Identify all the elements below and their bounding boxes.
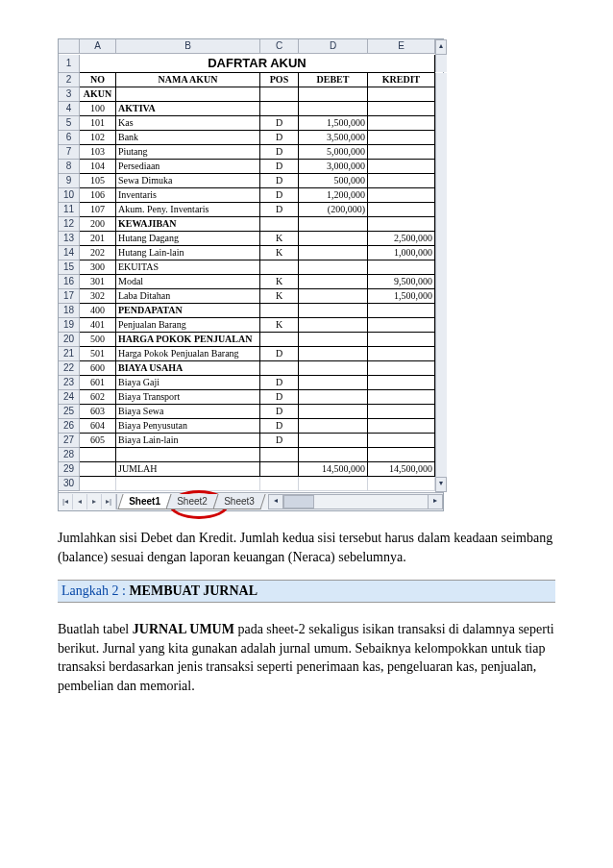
cell[interactable] (299, 289, 368, 304)
cell[interactable] (299, 304, 368, 318)
cell[interactable] (260, 448, 299, 462)
cell[interactable]: 100 (80, 102, 116, 116)
horizontal-scrollbar[interactable]: ◂ ▸ (268, 494, 443, 509)
cell[interactable] (368, 477, 435, 491)
cell[interactable] (368, 260, 435, 275)
sheet-nav-buttons[interactable]: |◂ ◂ ▸ ▸| (59, 494, 117, 509)
cell[interactable] (368, 102, 435, 116)
cell[interactable] (299, 217, 368, 232)
cell[interactable] (116, 477, 260, 491)
cell[interactable] (368, 131, 435, 145)
cell[interactable]: D (260, 390, 299, 405)
sheet-tab-sheet1[interactable]: Sheet1 (117, 494, 171, 509)
nav-last-icon[interactable]: ▸| (102, 494, 116, 509)
cell[interactable]: 1,200,000 (299, 188, 368, 203)
cell[interactable]: K (260, 275, 299, 289)
scroll-up-icon[interactable]: ▴ (435, 39, 447, 55)
cell[interactable]: D (260, 376, 299, 390)
row-header[interactable]: 7 (59, 145, 80, 160)
cell[interactable]: BIAYA USAHA (116, 361, 260, 376)
cell[interactable]: 300 (80, 260, 116, 275)
cell[interactable] (368, 160, 435, 174)
row-header[interactable]: 5 (59, 116, 80, 131)
cell[interactable] (80, 477, 116, 491)
row-header[interactable]: 15 (59, 260, 80, 275)
cell[interactable] (116, 448, 260, 462)
row-header[interactable]: 10 (59, 188, 80, 203)
col-header-B[interactable]: B (116, 39, 260, 54)
cell[interactable] (368, 333, 435, 347)
cell[interactable]: 14,500,000 (368, 462, 435, 477)
cell[interactable]: Akum. Peny. Inventaris (116, 203, 260, 217)
cell[interactable] (299, 448, 368, 462)
sheet-tab-sheet3[interactable]: Sheet3 (212, 494, 265, 509)
cell[interactable] (299, 275, 368, 289)
cell[interactable]: 200 (80, 217, 116, 232)
nav-next-icon[interactable]: ▸ (87, 494, 102, 509)
cell[interactable] (368, 390, 435, 405)
cell[interactable]: K (260, 246, 299, 260)
row-header[interactable]: 20 (59, 333, 80, 347)
cell[interactable]: D (260, 188, 299, 203)
row-header[interactable]: 30 (59, 477, 80, 491)
cell[interactable] (299, 419, 368, 434)
row-header[interactable]: 25 (59, 405, 80, 419)
cell[interactable]: Hutang Dagang (116, 232, 260, 246)
cell[interactable]: Harga Pokok Penjualan Barang (116, 347, 260, 361)
cell[interactable]: D (260, 405, 299, 419)
cell[interactable]: 102 (80, 131, 116, 145)
row-header[interactable]: 16 (59, 275, 80, 289)
cell[interactable]: 202 (80, 246, 116, 260)
nav-first-icon[interactable]: |◂ (59, 494, 73, 509)
cell[interactable]: D (260, 347, 299, 361)
cell[interactable]: 9,500,000 (368, 275, 435, 289)
cell[interactable] (299, 318, 368, 333)
cell[interactable]: 605 (80, 434, 116, 448)
cell[interactable] (260, 260, 299, 275)
cell[interactable]: 500,000 (299, 174, 368, 188)
cell[interactable] (260, 217, 299, 232)
cell[interactable]: 14,500,000 (299, 462, 368, 477)
cell[interactable] (299, 347, 368, 361)
row-header[interactable]: 1 (59, 55, 80, 73)
cell[interactable] (260, 477, 299, 491)
row-header[interactable]: 6 (59, 131, 80, 145)
row-header[interactable]: 26 (59, 419, 80, 434)
cell[interactable]: Piutang (116, 145, 260, 160)
cell[interactable]: 106 (80, 188, 116, 203)
cell[interactable] (260, 304, 299, 318)
cell[interactable]: K (260, 289, 299, 304)
cell[interactable] (368, 419, 435, 434)
cell[interactable]: D (260, 160, 299, 174)
row-header[interactable]: 18 (59, 304, 80, 318)
row-header[interactable]: 17 (59, 289, 80, 304)
cell[interactable]: 1,500,000 (299, 116, 368, 131)
cell[interactable] (260, 102, 299, 116)
scroll-track[interactable] (283, 494, 428, 509)
cell[interactable]: 3,000,000 (299, 160, 368, 174)
row-header[interactable]: 29 (59, 462, 80, 477)
row-header[interactable]: 19 (59, 318, 80, 333)
row-header[interactable]: 23 (59, 376, 80, 390)
cell[interactable]: AKTIVA (116, 102, 260, 116)
cell[interactable] (80, 448, 116, 462)
row-header[interactable]: 22 (59, 361, 80, 376)
cell[interactable]: D (260, 434, 299, 448)
cell[interactable]: Biaya Sewa (116, 405, 260, 419)
cell[interactable]: 400 (80, 304, 116, 318)
row-header[interactable]: 28 (59, 448, 80, 462)
cell[interactable] (368, 318, 435, 333)
row-header[interactable]: 27 (59, 434, 80, 448)
cell[interactable]: K (260, 318, 299, 333)
cell[interactable]: 1,000,000 (368, 246, 435, 260)
cell[interactable]: 201 (80, 232, 116, 246)
row-header[interactable]: 9 (59, 174, 80, 188)
cell[interactable]: D (260, 116, 299, 131)
cell[interactable] (368, 174, 435, 188)
cell[interactable] (260, 361, 299, 376)
row-header[interactable]: 8 (59, 160, 80, 174)
cell[interactable] (260, 333, 299, 347)
cell[interactable]: K (260, 232, 299, 246)
scroll-down-icon[interactable]: ▾ (435, 477, 447, 492)
cell[interactable] (368, 116, 435, 131)
